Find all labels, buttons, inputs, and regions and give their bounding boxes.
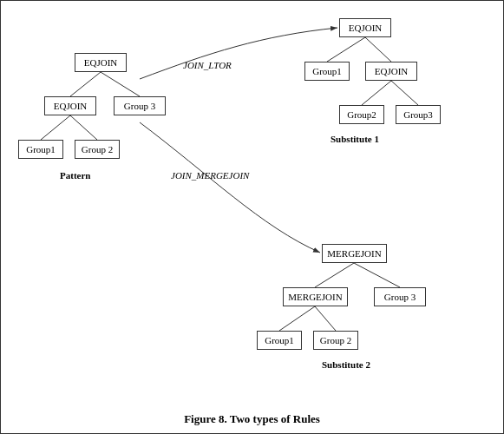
sub1-right-node: EQJOIN bbox=[365, 62, 417, 81]
sub1-left-node: Group1 bbox=[304, 62, 350, 81]
pattern-ll-node: Group1 bbox=[18, 140, 63, 159]
svg-line-2 bbox=[41, 115, 70, 140]
svg-line-8 bbox=[315, 263, 354, 287]
pattern-left-node: EQJOIN bbox=[44, 96, 96, 115]
svg-line-11 bbox=[315, 306, 336, 331]
sub2-root-node: MERGEJOIN bbox=[322, 244, 387, 263]
pattern-lr-node: Group 2 bbox=[75, 140, 120, 159]
svg-line-1 bbox=[101, 72, 140, 96]
main-container: EQJOIN EQJOIN Group 3 Group1 Group 2 Pat… bbox=[0, 0, 504, 434]
sub1-root-node: EQJOIN bbox=[339, 18, 391, 37]
svg-line-7 bbox=[391, 81, 418, 105]
sub1-label: Substitute 1 bbox=[331, 134, 379, 144]
svg-line-10 bbox=[279, 306, 315, 331]
sub2-left-node: MERGEJOIN bbox=[283, 287, 348, 306]
svg-line-0 bbox=[70, 72, 101, 96]
sub2-ll-node: Group1 bbox=[257, 331, 302, 350]
pattern-label: Pattern bbox=[60, 170, 90, 181]
sub2-label: Substitute 2 bbox=[322, 359, 370, 370]
sub2-lr-node: Group 2 bbox=[313, 331, 358, 350]
pattern-right-node: Group 3 bbox=[114, 96, 166, 115]
sub1-rr-node: Group3 bbox=[396, 105, 441, 124]
join-mergejoin-label: JOIN_MERGEJOIN bbox=[171, 170, 249, 181]
svg-line-6 bbox=[362, 81, 391, 105]
pattern-root-node: EQJOIN bbox=[75, 53, 127, 72]
svg-line-5 bbox=[365, 37, 391, 62]
sub1-rl-node: Group2 bbox=[339, 105, 384, 124]
svg-line-9 bbox=[354, 263, 400, 287]
svg-line-3 bbox=[70, 115, 97, 140]
sub2-right-node: Group 3 bbox=[374, 287, 426, 306]
join-ltor-label: JOIN_LTOR bbox=[183, 60, 232, 70]
svg-line-4 bbox=[327, 37, 365, 62]
figure-caption: Figure 8. Two types of Rules bbox=[1, 412, 503, 426]
